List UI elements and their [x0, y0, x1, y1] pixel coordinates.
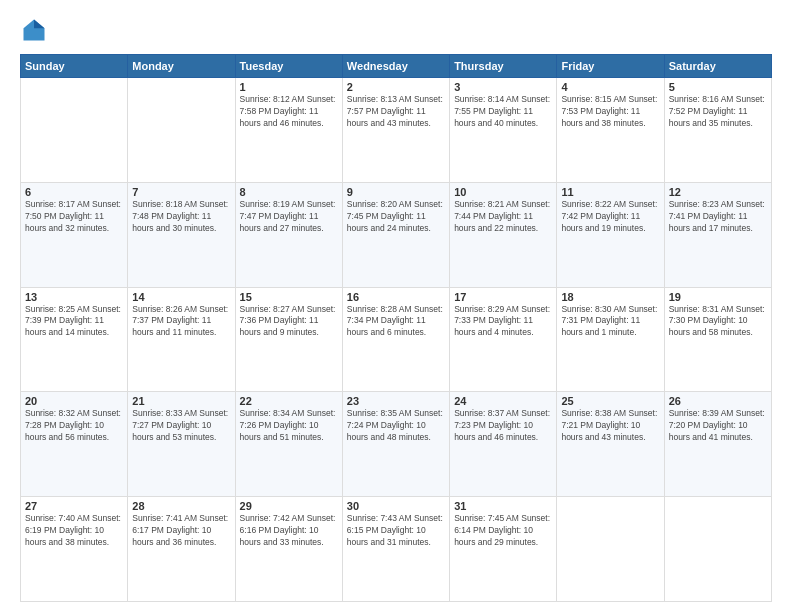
day-cell: 11Sunrise: 8:22 AM Sunset: 7:42 PM Dayli…: [557, 182, 664, 287]
day-cell: 23Sunrise: 8:35 AM Sunset: 7:24 PM Dayli…: [342, 392, 449, 497]
day-cell: 3Sunrise: 8:14 AM Sunset: 7:55 PM Daylig…: [450, 78, 557, 183]
day-number: 4: [561, 81, 659, 93]
day-cell: 24Sunrise: 8:37 AM Sunset: 7:23 PM Dayli…: [450, 392, 557, 497]
day-info: Sunrise: 7:43 AM Sunset: 6:15 PM Dayligh…: [347, 513, 445, 549]
weekday-friday: Friday: [557, 55, 664, 78]
page: SundayMondayTuesdayWednesdayThursdayFrid…: [0, 0, 792, 612]
day-number: 17: [454, 291, 552, 303]
day-number: 14: [132, 291, 230, 303]
day-info: Sunrise: 8:17 AM Sunset: 7:50 PM Dayligh…: [25, 199, 123, 235]
week-row-3: 13Sunrise: 8:25 AM Sunset: 7:39 PM Dayli…: [21, 287, 772, 392]
day-cell: 14Sunrise: 8:26 AM Sunset: 7:37 PM Dayli…: [128, 287, 235, 392]
day-number: 29: [240, 500, 338, 512]
day-cell: 20Sunrise: 8:32 AM Sunset: 7:28 PM Dayli…: [21, 392, 128, 497]
day-info: Sunrise: 8:31 AM Sunset: 7:30 PM Dayligh…: [669, 304, 767, 340]
week-row-2: 6Sunrise: 8:17 AM Sunset: 7:50 PM Daylig…: [21, 182, 772, 287]
day-cell: 12Sunrise: 8:23 AM Sunset: 7:41 PM Dayli…: [664, 182, 771, 287]
day-info: Sunrise: 8:34 AM Sunset: 7:26 PM Dayligh…: [240, 408, 338, 444]
day-number: 7: [132, 186, 230, 198]
day-info: Sunrise: 8:22 AM Sunset: 7:42 PM Dayligh…: [561, 199, 659, 235]
day-info: Sunrise: 7:41 AM Sunset: 6:17 PM Dayligh…: [132, 513, 230, 549]
weekday-monday: Monday: [128, 55, 235, 78]
day-number: 18: [561, 291, 659, 303]
day-info: Sunrise: 8:35 AM Sunset: 7:24 PM Dayligh…: [347, 408, 445, 444]
day-info: Sunrise: 8:21 AM Sunset: 7:44 PM Dayligh…: [454, 199, 552, 235]
day-cell: 22Sunrise: 8:34 AM Sunset: 7:26 PM Dayli…: [235, 392, 342, 497]
logo: [20, 16, 52, 44]
day-cell: 18Sunrise: 8:30 AM Sunset: 7:31 PM Dayli…: [557, 287, 664, 392]
day-info: Sunrise: 8:30 AM Sunset: 7:31 PM Dayligh…: [561, 304, 659, 340]
day-cell: 16Sunrise: 8:28 AM Sunset: 7:34 PM Dayli…: [342, 287, 449, 392]
day-number: 13: [25, 291, 123, 303]
day-number: 21: [132, 395, 230, 407]
day-info: Sunrise: 8:39 AM Sunset: 7:20 PM Dayligh…: [669, 408, 767, 444]
day-info: Sunrise: 8:23 AM Sunset: 7:41 PM Dayligh…: [669, 199, 767, 235]
day-cell: 1Sunrise: 8:12 AM Sunset: 7:58 PM Daylig…: [235, 78, 342, 183]
day-cell: 13Sunrise: 8:25 AM Sunset: 7:39 PM Dayli…: [21, 287, 128, 392]
day-number: 9: [347, 186, 445, 198]
day-number: 11: [561, 186, 659, 198]
weekday-wednesday: Wednesday: [342, 55, 449, 78]
day-cell: 15Sunrise: 8:27 AM Sunset: 7:36 PM Dayli…: [235, 287, 342, 392]
day-number: 22: [240, 395, 338, 407]
header: [20, 16, 772, 44]
day-cell: 17Sunrise: 8:29 AM Sunset: 7:33 PM Dayli…: [450, 287, 557, 392]
day-cell: 31Sunrise: 7:45 AM Sunset: 6:14 PM Dayli…: [450, 497, 557, 602]
day-info: Sunrise: 8:32 AM Sunset: 7:28 PM Dayligh…: [25, 408, 123, 444]
day-cell: 6Sunrise: 8:17 AM Sunset: 7:50 PM Daylig…: [21, 182, 128, 287]
day-number: 2: [347, 81, 445, 93]
week-row-4: 20Sunrise: 8:32 AM Sunset: 7:28 PM Dayli…: [21, 392, 772, 497]
svg-marker-1: [34, 20, 45, 29]
day-number: 1: [240, 81, 338, 93]
day-info: Sunrise: 8:25 AM Sunset: 7:39 PM Dayligh…: [25, 304, 123, 340]
logo-icon: [20, 16, 48, 44]
day-number: 10: [454, 186, 552, 198]
day-cell: 21Sunrise: 8:33 AM Sunset: 7:27 PM Dayli…: [128, 392, 235, 497]
day-info: Sunrise: 8:29 AM Sunset: 7:33 PM Dayligh…: [454, 304, 552, 340]
day-cell: [128, 78, 235, 183]
day-number: 19: [669, 291, 767, 303]
day-cell: [21, 78, 128, 183]
day-info: Sunrise: 8:38 AM Sunset: 7:21 PM Dayligh…: [561, 408, 659, 444]
calendar: SundayMondayTuesdayWednesdayThursdayFrid…: [20, 54, 772, 602]
day-info: Sunrise: 8:27 AM Sunset: 7:36 PM Dayligh…: [240, 304, 338, 340]
day-cell: 5Sunrise: 8:16 AM Sunset: 7:52 PM Daylig…: [664, 78, 771, 183]
day-number: 16: [347, 291, 445, 303]
day-info: Sunrise: 8:12 AM Sunset: 7:58 PM Dayligh…: [240, 94, 338, 130]
day-info: Sunrise: 8:26 AM Sunset: 7:37 PM Dayligh…: [132, 304, 230, 340]
day-cell: 30Sunrise: 7:43 AM Sunset: 6:15 PM Dayli…: [342, 497, 449, 602]
day-cell: 27Sunrise: 7:40 AM Sunset: 6:19 PM Dayli…: [21, 497, 128, 602]
week-row-1: 1Sunrise: 8:12 AM Sunset: 7:58 PM Daylig…: [21, 78, 772, 183]
weekday-sunday: Sunday: [21, 55, 128, 78]
day-cell: 19Sunrise: 8:31 AM Sunset: 7:30 PM Dayli…: [664, 287, 771, 392]
day-cell: 10Sunrise: 8:21 AM Sunset: 7:44 PM Dayli…: [450, 182, 557, 287]
day-number: 3: [454, 81, 552, 93]
day-info: Sunrise: 8:18 AM Sunset: 7:48 PM Dayligh…: [132, 199, 230, 235]
day-cell: 7Sunrise: 8:18 AM Sunset: 7:48 PM Daylig…: [128, 182, 235, 287]
day-cell: 4Sunrise: 8:15 AM Sunset: 7:53 PM Daylig…: [557, 78, 664, 183]
day-cell: 9Sunrise: 8:20 AM Sunset: 7:45 PM Daylig…: [342, 182, 449, 287]
weekday-tuesday: Tuesday: [235, 55, 342, 78]
day-number: 23: [347, 395, 445, 407]
day-cell: 8Sunrise: 8:19 AM Sunset: 7:47 PM Daylig…: [235, 182, 342, 287]
day-number: 27: [25, 500, 123, 512]
day-number: 25: [561, 395, 659, 407]
day-info: Sunrise: 8:28 AM Sunset: 7:34 PM Dayligh…: [347, 304, 445, 340]
day-info: Sunrise: 8:16 AM Sunset: 7:52 PM Dayligh…: [669, 94, 767, 130]
day-info: Sunrise: 8:37 AM Sunset: 7:23 PM Dayligh…: [454, 408, 552, 444]
day-cell: [664, 497, 771, 602]
day-number: 15: [240, 291, 338, 303]
week-row-5: 27Sunrise: 7:40 AM Sunset: 6:19 PM Dayli…: [21, 497, 772, 602]
day-cell: 29Sunrise: 7:42 AM Sunset: 6:16 PM Dayli…: [235, 497, 342, 602]
day-info: Sunrise: 8:19 AM Sunset: 7:47 PM Dayligh…: [240, 199, 338, 235]
day-number: 8: [240, 186, 338, 198]
day-info: Sunrise: 8:20 AM Sunset: 7:45 PM Dayligh…: [347, 199, 445, 235]
day-number: 30: [347, 500, 445, 512]
day-info: Sunrise: 7:40 AM Sunset: 6:19 PM Dayligh…: [25, 513, 123, 549]
day-cell: 25Sunrise: 8:38 AM Sunset: 7:21 PM Dayli…: [557, 392, 664, 497]
day-number: 6: [25, 186, 123, 198]
day-number: 31: [454, 500, 552, 512]
day-number: 24: [454, 395, 552, 407]
day-number: 12: [669, 186, 767, 198]
weekday-saturday: Saturday: [664, 55, 771, 78]
